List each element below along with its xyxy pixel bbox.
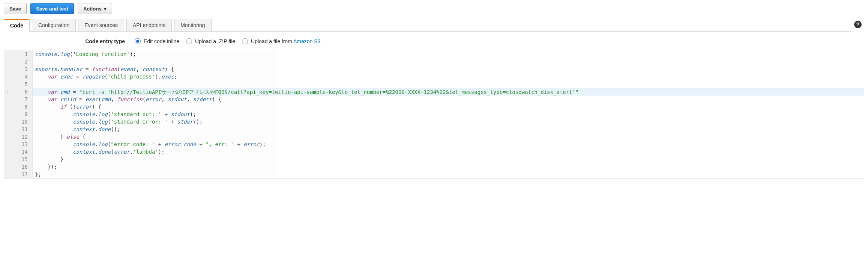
line-number: 15 [4,156,32,163]
code-line[interactable]: context.done(); [33,125,864,133]
code-line[interactable]: }); [33,163,864,171]
radio-label-prefix: Upload a file from [251,38,293,44]
code-line[interactable]: console.log("error code: " + error.code … [33,141,864,148]
tab-event-sources[interactable]: Event sources [78,19,124,31]
actions-label: Actions [83,6,102,12]
radio-label: Edit code inline [144,38,179,44]
code-content[interactable]: console.log('Loading function');exports.… [33,50,864,178]
save-button[interactable]: Save [4,3,27,14]
code-panel: Code entry type Edit code inline Upload … [4,32,864,178]
radio-icon [135,38,141,44]
code-entry-type-row: Code entry type Edit code inline Upload … [4,38,864,50]
line-number: 16 [4,163,32,171]
code-line[interactable]: context.done(error,'lambda'); [33,148,864,156]
line-number: 11 [4,125,32,133]
line-number: 10 [4,118,32,125]
help-icon[interactable]: ? [851,20,864,30]
question-mark-glyph: ? [856,21,860,27]
code-line[interactable]: console.log('standard out: ' + stdout); [33,110,864,118]
tab-code[interactable]: Code [4,19,30,32]
radio-upload-s3[interactable]: Upload a file from Amazon S3 [242,38,320,44]
line-number: 6i [4,88,32,95]
amazon-s3-link[interactable]: Amazon S3 [293,38,320,44]
code-line[interactable]: } [33,156,864,163]
line-number: 5 [4,80,32,88]
save-and-test-button[interactable]: Save and test [30,3,74,14]
actions-dropdown-button[interactable]: Actions ▾ [78,3,112,14]
radio-label: Upload a file from Amazon S3 [251,38,320,44]
line-number: 8 [4,103,32,110]
code-editor[interactable]: 123456i7891011121314151617 console.log('… [4,50,864,178]
line-number: 4 [4,73,32,80]
tab-monitoring[interactable]: Monitoring [174,19,211,31]
radio-upload-zip[interactable]: Upload a .ZIP file [186,38,235,44]
radio-icon [242,38,248,44]
tab-bar: Code Configuration Event sources API end… [4,19,212,32]
line-number: 14 [4,148,32,156]
code-line[interactable]: }; [33,171,864,178]
line-number: 2 [4,58,32,65]
code-line[interactable]: console.log('Loading function'); [33,50,864,58]
code-line[interactable]: } else { [33,133,864,141]
tab-api-endpoints[interactable]: API endpoints [126,19,172,31]
toolbar: Save Save and test Actions ▾ [4,3,864,14]
code-line[interactable]: if (!error) { [33,103,864,110]
radio-icon [186,38,192,44]
line-number-gutter: 123456i7891011121314151617 [4,50,33,178]
code-line[interactable]: var child = exec(cmd, function(error, st… [33,95,864,103]
caret-down-icon: ▾ [104,6,107,12]
info-icon: i [6,89,8,96]
code-line[interactable] [33,80,864,88]
radio-edit-inline[interactable]: Edit code inline [135,38,179,44]
tab-configuration[interactable]: Configuration [32,19,76,31]
code-line[interactable]: console.log('standard error: ' + stderr)… [33,118,864,125]
line-number: 9 [4,110,32,118]
line-number: 1 [4,50,32,58]
line-number: 13 [4,141,32,148]
code-line[interactable]: var cmd = "curl -s 'http://TwilioAPIサーバの… [33,88,864,95]
line-number: 3 [4,65,32,73]
line-number: 7 [4,95,32,103]
line-number: 12 [4,133,32,141]
radio-label: Upload a .ZIP file [195,38,235,44]
code-line[interactable]: var exec = require('child_process').exec… [33,73,864,80]
code-line[interactable]: exports.handler = function(event, contex… [33,65,864,73]
code-line[interactable] [33,58,864,65]
line-number: 17 [4,171,32,178]
print-margin-line [279,50,279,178]
code-entry-type-label: Code entry type [4,38,128,44]
